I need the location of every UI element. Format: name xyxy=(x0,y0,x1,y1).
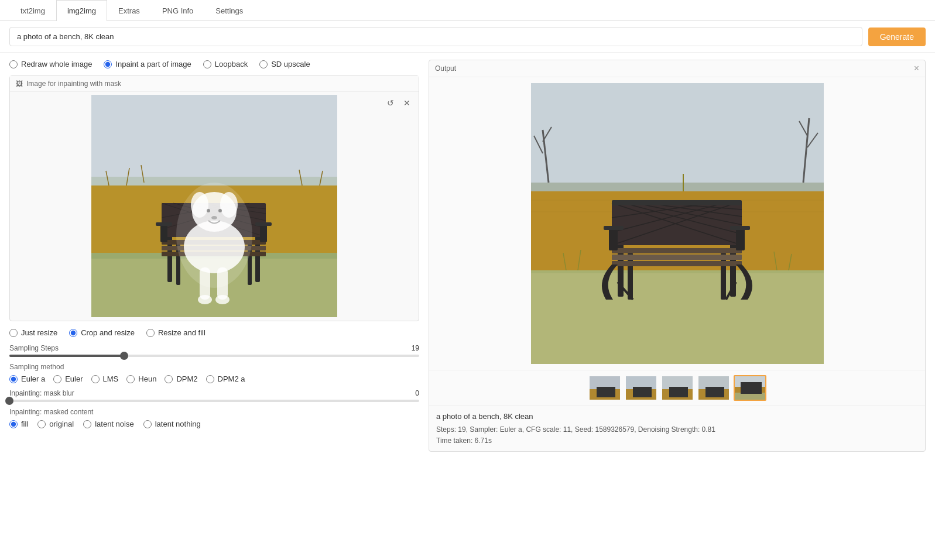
prompt-input[interactable] xyxy=(9,27,862,46)
method-dpm2-radio[interactable] xyxy=(165,375,173,383)
sampling-steps-thumb[interactable] xyxy=(120,352,128,360)
svg-point-39 xyxy=(215,295,230,304)
sampling-method-label: Sampling method xyxy=(9,363,419,371)
mode-loopback-radio[interactable] xyxy=(203,60,211,68)
mode-redraw-label: Redraw whole image xyxy=(21,60,92,68)
svg-point-38 xyxy=(198,295,212,304)
method-euler-a-label: Euler a xyxy=(21,375,45,383)
svg-rect-82 xyxy=(604,226,624,230)
content-fill-radio[interactable] xyxy=(9,420,18,428)
image-area-label: Image for inpainting with mask xyxy=(26,80,121,88)
svg-rect-27 xyxy=(156,222,172,226)
mask-blur-row: Inpainting: mask blur 0 xyxy=(9,389,419,402)
method-lms-radio[interactable] xyxy=(91,375,100,383)
resize-fill[interactable]: Resize and fill xyxy=(146,328,206,337)
thumbnail-2[interactable] xyxy=(625,375,657,401)
method-euler-a[interactable]: Euler a xyxy=(9,375,45,383)
image-icon: 🖼 xyxy=(16,80,23,88)
mode-inpaint[interactable]: Inpaint a part of image xyxy=(104,60,191,68)
content-latent-nothing[interactable]: latent nothing xyxy=(143,420,201,428)
resize-just-radio[interactable] xyxy=(9,329,18,337)
resize-radios: Just resize Crop and resize Resize and f… xyxy=(9,328,419,337)
content-fill[interactable]: fill xyxy=(9,420,28,428)
mode-redraw-radio[interactable] xyxy=(9,60,18,68)
tab-extras[interactable]: Extras xyxy=(107,0,151,21)
resize-fill-radio[interactable] xyxy=(146,329,155,337)
mode-inpaint-radio[interactable] xyxy=(104,60,112,68)
output-header: Output × xyxy=(429,60,925,77)
output-image-svg xyxy=(531,83,824,364)
svg-rect-80 xyxy=(609,228,618,250)
output-time: Time taken: 6.71s xyxy=(436,435,918,446)
method-dpm2-a[interactable]: DPM2 a xyxy=(206,375,245,383)
mode-sd-upscale-radio[interactable] xyxy=(259,60,268,68)
resize-crop-label: Crop and resize xyxy=(81,328,135,337)
tab-settings[interactable]: Settings xyxy=(204,0,254,21)
svg-rect-79 xyxy=(612,200,742,205)
thumbnail-3[interactable] xyxy=(661,375,694,401)
mask-blur-label-row: Inpainting: mask blur 0 xyxy=(9,389,419,397)
reset-icon[interactable]: ↺ xyxy=(383,96,398,110)
content-latent-noise[interactable]: latent noise xyxy=(83,420,134,428)
content-latent-nothing-radio[interactable] xyxy=(143,420,152,428)
sampling-steps-row: Sampling Steps 19 xyxy=(9,344,419,357)
tab-txt2img[interactable]: txt2img xyxy=(9,0,56,21)
svg-rect-81 xyxy=(736,228,745,250)
mode-sd-upscale[interactable]: SD upscale xyxy=(259,60,310,68)
svg-rect-25 xyxy=(160,224,167,242)
method-euler-radio[interactable] xyxy=(53,375,61,383)
svg-rect-26 xyxy=(260,224,267,242)
content-original[interactable]: original xyxy=(37,420,74,428)
svg-point-40 xyxy=(176,183,252,288)
thumbnail-1[interactable] xyxy=(588,375,621,401)
image-canvas[interactable] xyxy=(10,92,419,320)
mask-blur-value: 0 xyxy=(415,389,419,397)
sampling-steps-fill xyxy=(9,355,124,357)
content-original-radio[interactable] xyxy=(37,420,46,428)
method-heun[interactable]: Heun xyxy=(126,375,156,383)
tab-png-info[interactable]: PNG Info xyxy=(151,0,204,21)
content-latent-noise-radio[interactable] xyxy=(83,420,91,428)
method-euler-a-radio[interactable] xyxy=(9,375,18,383)
input-image-svg xyxy=(91,95,337,317)
sampling-steps-slider[interactable] xyxy=(9,355,419,357)
content-original-label: original xyxy=(49,420,74,428)
image-area-header: 🖼 Image for inpainting with mask xyxy=(10,76,419,92)
thumbnail-4[interactable] xyxy=(697,375,730,401)
mode-redraw[interactable]: Redraw whole image xyxy=(9,60,92,68)
method-heun-label: Heun xyxy=(138,375,156,383)
output-params: Steps: 19, Sampler: Euler a, CFG scale: … xyxy=(436,424,918,435)
sampling-steps-value: 19 xyxy=(412,344,419,352)
resize-just-label: Just resize xyxy=(21,328,57,337)
close-icon[interactable]: ✕ xyxy=(400,96,414,110)
tab-img2img[interactable]: img2img xyxy=(56,0,107,21)
method-dpm2-label: DPM2 xyxy=(176,375,197,383)
resize-crop-radio[interactable] xyxy=(69,329,77,337)
mask-blur-label: Inpainting: mask blur xyxy=(9,389,74,397)
output-prompt: a photo of a bench, 8K clean xyxy=(436,411,918,423)
method-lms[interactable]: LMS xyxy=(91,375,119,383)
tabs-bar: txt2img img2img Extras PNG Info Settings xyxy=(0,0,935,21)
mask-blur-slider[interactable] xyxy=(9,400,419,402)
method-euler-label: Euler xyxy=(65,375,83,383)
masked-content-label: Inpainting: masked content xyxy=(9,408,419,416)
thumbnail-5[interactable] xyxy=(734,375,766,401)
sampling-steps-label: Sampling Steps xyxy=(9,344,59,352)
resize-crop[interactable]: Crop and resize xyxy=(69,328,135,337)
method-heun-radio[interactable] xyxy=(126,375,135,383)
mode-loopback[interactable]: Loopback xyxy=(203,60,248,68)
output-close-icon[interactable]: × xyxy=(914,64,919,73)
method-dpm2[interactable]: DPM2 xyxy=(165,375,197,383)
generate-button[interactable]: Generate xyxy=(868,28,926,46)
image-area: 🖼 Image for inpainting with mask ↺ ✕ xyxy=(9,75,419,321)
method-dpm2-a-label: DPM2 a xyxy=(218,375,245,383)
method-euler[interactable]: Euler xyxy=(53,375,83,383)
resize-just[interactable]: Just resize xyxy=(9,328,57,337)
method-dpm2-a-radio[interactable] xyxy=(206,375,214,383)
method-lms-label: LMS xyxy=(103,375,119,383)
svg-rect-66 xyxy=(612,248,742,253)
sampling-steps-label-row: Sampling Steps 19 xyxy=(9,344,419,352)
mode-sd-upscale-label: SD upscale xyxy=(271,60,310,68)
thumbnails-row xyxy=(429,370,925,406)
mask-blur-thumb[interactable] xyxy=(5,397,13,405)
